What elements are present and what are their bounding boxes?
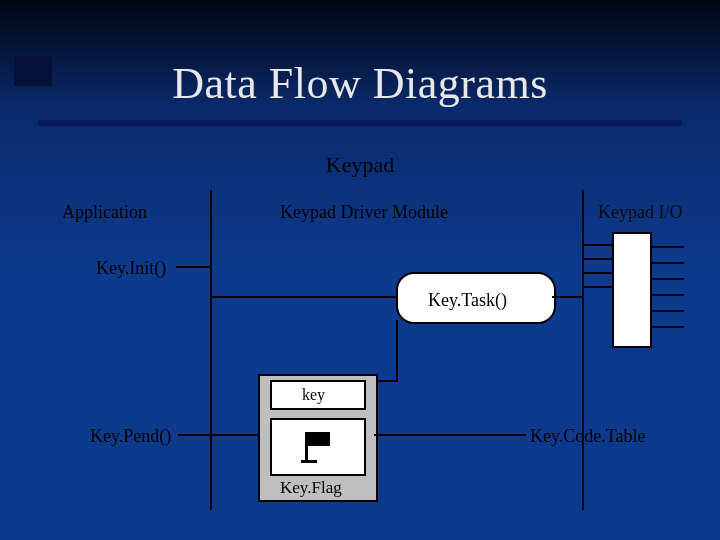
connector-task-right xyxy=(552,296,584,298)
column-label-application: Application xyxy=(62,202,147,223)
connector-key-code xyxy=(374,434,526,436)
io-pin-right xyxy=(650,294,684,296)
connector-task-to-key-v xyxy=(396,320,398,380)
io-pin-right xyxy=(650,310,684,312)
node-key-flag-box xyxy=(270,418,366,476)
slide-title: Data Flow Diagrams xyxy=(172,59,548,108)
node-key-task: Key.Task() xyxy=(428,290,507,311)
column-label-driver: Keypad Driver Module xyxy=(280,202,448,223)
io-pin-right xyxy=(650,246,684,248)
connector-key-pend xyxy=(178,434,258,436)
separator-right xyxy=(582,190,584,510)
separator-left xyxy=(210,190,212,510)
io-pin-left xyxy=(584,244,612,246)
io-pin-left xyxy=(584,286,612,288)
connector-task-left xyxy=(212,296,396,298)
io-pin-left xyxy=(584,272,612,274)
connector-key-init xyxy=(176,266,212,268)
io-pin-right xyxy=(650,326,684,328)
slide-subtitle: Keypad xyxy=(0,152,720,178)
column-label-io: Keypad I/O xyxy=(598,202,682,223)
flag-icon xyxy=(301,430,335,464)
node-key-code-table: Key.Code.Table xyxy=(530,426,646,447)
node-key-pend: Key.Pend() xyxy=(90,426,171,447)
slide-title-wrap: Data Flow Diagrams xyxy=(0,58,720,109)
node-key-flag: Key.Flag xyxy=(280,478,342,498)
io-pin-left xyxy=(584,258,612,260)
node-key-label: key xyxy=(302,386,325,404)
io-block xyxy=(612,232,652,348)
title-underline xyxy=(38,120,682,126)
node-key-init: Key.Init() xyxy=(96,258,166,279)
io-pin-right xyxy=(650,262,684,264)
io-pin-right xyxy=(650,278,684,280)
